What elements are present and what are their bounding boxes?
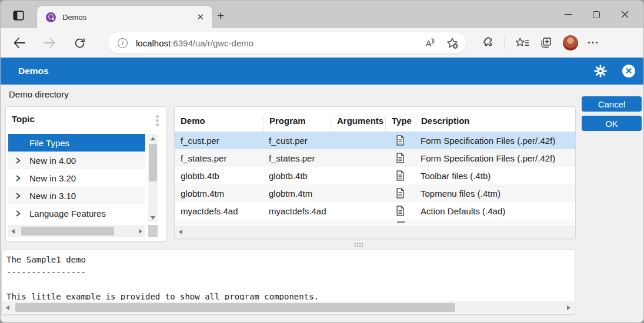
maximize-button[interactable] [582, 3, 610, 26]
table-partial-row [175, 220, 575, 224]
extensions-icon[interactable] [481, 36, 495, 50]
tree-item[interactable]: File Types [8, 134, 145, 152]
scroll-up-arrow[interactable] [148, 134, 158, 143]
refresh-button[interactable] [71, 35, 88, 51]
scroll-thumb[interactable] [21, 227, 114, 235]
demo-table-panel: DemoProgramArgumentsTypeDescription f_cu… [174, 106, 576, 239]
scroll-down-arrow[interactable] [148, 213, 158, 222]
cell-program: f_cust.per [263, 136, 331, 146]
table-horizontal-scrollbar[interactable] [175, 226, 575, 238]
tree-item[interactable]: Language Features [8, 204, 145, 222]
tree-item-label: File Types [29, 138, 69, 148]
chevron-right-icon [15, 175, 21, 181]
close-window-button[interactable] [610, 3, 639, 26]
scroll-right-arrow[interactable] [567, 305, 570, 310]
table-header: DemoProgramArgumentsTypeDescription [175, 107, 575, 132]
ok-button[interactable]: OK [582, 116, 642, 131]
table-row[interactable]: myactdefs.4admyactdefs.4ad Action Defaul… [175, 202, 575, 220]
scrollbar-corner [148, 225, 158, 237]
topic-vertical-scrollbar[interactable] [148, 134, 158, 222]
favorites-bar-icon[interactable] [515, 37, 529, 49]
scroll-right-arrow[interactable] [139, 229, 142, 234]
info-horizontal-scrollbar[interactable] [2, 301, 574, 314]
toolbar-right-icons [481, 35, 599, 51]
clipped-document-icon [397, 221, 405, 223]
column-header[interactable]: Demo [175, 116, 263, 132]
cell-description: Toolbar files (.4tb) [415, 171, 575, 181]
topic-panel-title: Topic [12, 114, 35, 124]
forward-button[interactable] [41, 35, 58, 51]
cell-demo: myactdefs.4ad [175, 206, 263, 216]
table-row[interactable]: f_states.perf_states.per Form Specificat… [175, 149, 575, 167]
chevron-right-icon [15, 193, 21, 199]
column-header[interactable]: Arguments [331, 116, 385, 132]
document-icon [396, 135, 405, 146]
back-button[interactable] [11, 35, 28, 51]
document-icon [396, 188, 405, 198]
panel-splitter-handle[interactable] [353, 242, 365, 248]
tab-close-icon[interactable]: ✕ [194, 12, 206, 22]
chevron-right-icon [15, 210, 21, 217]
topic-menu-icon[interactable] [156, 115, 159, 118]
page-content: Demos ✕ Demo directory Topic Fi [1, 58, 643, 323]
maximize-icon [593, 11, 600, 18]
tab-title: Demos [62, 13, 194, 22]
collections-icon[interactable] [539, 36, 553, 49]
browser-titlebar: Demos ✕ + [1, 1, 643, 28]
browser-toolbar: i localhost:6394/ua/r/gwc-demo A)) [1, 28, 643, 58]
read-aloud-icon[interactable]: A)) [426, 38, 434, 48]
cell-demo: globtm.4tm [175, 189, 263, 198]
table-row[interactable]: f_cust.perf_cust.per Form Specification … [175, 132, 575, 149]
url-path: :6394/ua/r/gwc-demo [171, 38, 253, 48]
description-panel: The Sample1 demo ---------------- This l… [1, 250, 575, 315]
cancel-button[interactable]: Cancel [582, 96, 642, 112]
tab-actions-icon[interactable] [10, 8, 26, 23]
new-tab-button[interactable]: + [217, 9, 224, 23]
toolbar-divider [505, 37, 505, 49]
add-favorite-icon[interactable] [446, 37, 459, 49]
profile-avatar[interactable] [563, 35, 578, 51]
cell-demo: f_states.per [175, 153, 263, 163]
cell-demo: f_cust.per [175, 136, 263, 146]
column-header[interactable]: Type [385, 116, 415, 132]
tree-item[interactable]: New in 4.00 [8, 152, 145, 169]
url-text[interactable]: localhost:6394/ua/r/gwc-demo [136, 38, 426, 48]
scroll-left-arrow[interactable] [6, 305, 9, 310]
document-icon [396, 153, 405, 163]
tree-item[interactable]: New in 3.20 [8, 169, 145, 187]
browser-menu-icon[interactable] [588, 42, 599, 44]
cell-program: globtb.4tb [263, 171, 331, 181]
tree-item-label: New in 3.20 [29, 173, 76, 183]
cell-type [385, 170, 415, 181]
scroll-left-arrow[interactable] [11, 229, 15, 234]
cell-description: Form Specification Files (.per/.42f) [415, 153, 575, 163]
app-header: Demos ✕ [1, 58, 643, 85]
close-icon [621, 11, 629, 18]
site-info-icon[interactable]: i [118, 38, 128, 48]
browser-window: Demos ✕ + i localhost:6394/ua/r/gwc-demo [0, 0, 644, 323]
cell-program: f_states.per [263, 153, 331, 163]
cell-type [385, 206, 415, 216]
app-title: Demos [18, 66, 49, 76]
topic-horizontal-scrollbar[interactable] [8, 225, 145, 237]
cell-program: myactdefs.4ad [263, 206, 331, 216]
cell-description: Topmenu files (.4tm) [415, 189, 575, 198]
cell-type [385, 153, 415, 163]
app-close-icon[interactable]: ✕ [622, 65, 635, 78]
scroll-thumb[interactable] [15, 303, 455, 312]
browser-tab[interactable]: Demos ✕ [37, 6, 212, 28]
url-host: localhost [136, 38, 171, 48]
scroll-left-arrow[interactable] [179, 230, 182, 234]
table-body: f_cust.perf_cust.per Form Specification … [175, 132, 575, 220]
tree-item-label: Language Features [29, 208, 106, 218]
scroll-thumb[interactable] [149, 144, 157, 181]
cell-type [385, 188, 415, 198]
tree-item[interactable]: New in 3.10 [8, 187, 145, 204]
minimize-button[interactable] [554, 3, 582, 26]
column-header[interactable]: Program [263, 116, 331, 132]
column-header[interactable]: Description [415, 116, 575, 132]
table-row[interactable]: globtm.4tmglobtm.4tm Topmenu files (.4tm… [175, 184, 575, 202]
url-bar[interactable]: i localhost:6394/ua/r/gwc-demo A)) [108, 32, 466, 53]
settings-gear-icon[interactable] [594, 65, 607, 78]
table-row[interactable]: globtb.4tbglobtb.4tb Toolbar files (.4tb… [175, 167, 575, 184]
